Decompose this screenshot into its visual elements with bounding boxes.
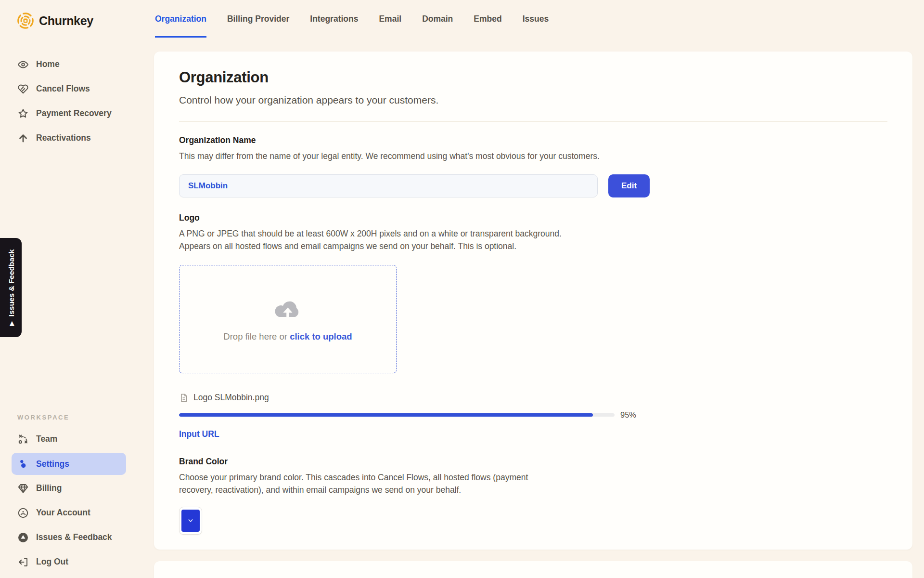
sidebar-item-cancel-flows[interactable]: Cancel Flows — [0, 77, 138, 101]
drop-file-text: Drop file here or click to upload — [223, 331, 352, 342]
tab-domain[interactable]: Domain — [422, 0, 453, 38]
sidebar-label: Your Account — [36, 508, 90, 518]
brand-color-section: Brand Color Choose your primary brand co… — [179, 457, 887, 535]
churnkey-logo-icon — [16, 12, 35, 30]
divider — [179, 121, 887, 122]
sidebar-item-team[interactable]: Team — [0, 427, 138, 451]
feedback-tab-label: Issues & Feedback — [7, 250, 15, 317]
tab-email[interactable]: Email — [379, 0, 401, 38]
sidebar-item-issues-feedback[interactable]: Issues & Feedback — [0, 525, 138, 550]
logo-description: A PNG or JPEG that should be at least 60… — [179, 227, 564, 252]
sidebar-label: Settings — [36, 459, 69, 469]
tab-embed[interactable]: Embed — [474, 0, 501, 38]
sidebar-label: Cancel Flows — [36, 84, 90, 94]
sidebar-label: Home — [36, 59, 60, 69]
workspace-section-label: WORKSPACE — [0, 407, 138, 427]
page-title: Organization — [179, 69, 887, 86]
gem-icon — [17, 483, 29, 494]
sidebar-item-payment-recovery[interactable]: Payment Recovery — [0, 101, 138, 126]
click-to-upload-link[interactable]: click to upload — [290, 331, 352, 342]
strategy-icon — [17, 434, 29, 445]
drop-text-static: Drop file here or — [223, 331, 287, 342]
logout-icon — [17, 556, 29, 568]
feedback-circle-icon — [17, 532, 29, 543]
app-logo[interactable]: Churnkey — [16, 12, 93, 30]
file-name: Logo SLMobbin.png — [193, 393, 269, 403]
chevron-down-icon — [187, 517, 194, 524]
progress-fill — [179, 413, 593, 417]
main-content-card: Organization Control how your organizati… — [154, 52, 912, 550]
input-url-link[interactable]: Input URL — [179, 429, 219, 439]
page-subtitle: Control how your organization appears to… — [179, 94, 887, 106]
issues-feedback-side-tab[interactable]: ▶ Issues & Feedback — [0, 238, 22, 337]
sidebar-label: Billing — [36, 483, 62, 493]
tab-issues[interactable]: Issues — [523, 0, 549, 38]
heart-icon — [17, 83, 29, 95]
logo-dropzone[interactable]: Drop file here or click to upload — [179, 265, 397, 373]
edit-button[interactable]: Edit — [608, 174, 650, 197]
progress-bar — [179, 413, 615, 417]
organization-name-section: Organization Name This may differ from t… — [179, 135, 887, 197]
dots-icon — [17, 458, 29, 470]
play-arrow-icon: ▶ — [8, 321, 14, 326]
sidebar-label: Log Out — [36, 557, 68, 567]
tab-organization[interactable]: Organization — [155, 0, 206, 38]
upload-progress-row: 95% — [179, 410, 887, 420]
sidebar-label: Team — [36, 434, 57, 444]
star-icon — [17, 108, 29, 119]
progress-percent-label: 95% — [620, 410, 636, 420]
logo-label: Logo — [179, 213, 887, 223]
brand-color-swatch — [181, 510, 200, 532]
sidebar-label: Payment Recovery — [36, 108, 112, 118]
brand-color-description: Choose your primary brand color. This ca… — [179, 471, 564, 496]
sidebar-label: Reactivations — [36, 133, 91, 143]
document-icon — [179, 393, 189, 403]
organization-name-description: This may differ from the name of your le… — [179, 150, 887, 162]
sidebar-item-reactivations[interactable]: Reactivations — [0, 126, 138, 150]
uploaded-file-row: Logo SLMobbin.png — [179, 393, 887, 403]
logo-section: Logo A PNG or JPEG that should be at lea… — [179, 213, 887, 439]
sidebar-item-your-account[interactable]: Your Account — [0, 500, 138, 525]
account-icon — [17, 507, 29, 519]
tab-integrations[interactable]: Integrations — [310, 0, 358, 38]
sidebar-label: Issues & Feedback — [36, 532, 112, 542]
sidebar-item-billing[interactable]: Billing — [0, 476, 138, 500]
organization-name-label: Organization Name — [179, 135, 887, 145]
tab-billing-provider[interactable]: Billing Provider — [227, 0, 289, 38]
brand-color-picker[interactable] — [179, 507, 202, 535]
brand-name: Churnkey — [39, 14, 93, 28]
brand-color-label: Brand Color — [179, 457, 887, 467]
sidebar: Home Cancel Flows Payment Recovery React… — [0, 52, 138, 150]
organization-name-input[interactable] — [179, 174, 598, 197]
sidebar-item-home[interactable]: Home — [0, 52, 138, 77]
arrow-up-icon — [17, 132, 29, 144]
sidebar-item-log-out[interactable]: Log Out — [0, 550, 138, 574]
sidebar-item-settings[interactable]: Settings — [12, 453, 126, 475]
sidebar-workspace-group: WORKSPACE Team Settings Billing — [0, 407, 138, 574]
secondary-content-card — [154, 561, 912, 578]
cloud-upload-icon — [272, 297, 304, 321]
top-navigation: Organization Billing Provider Integratio… — [155, 0, 549, 42]
eye-icon — [17, 59, 29, 70]
